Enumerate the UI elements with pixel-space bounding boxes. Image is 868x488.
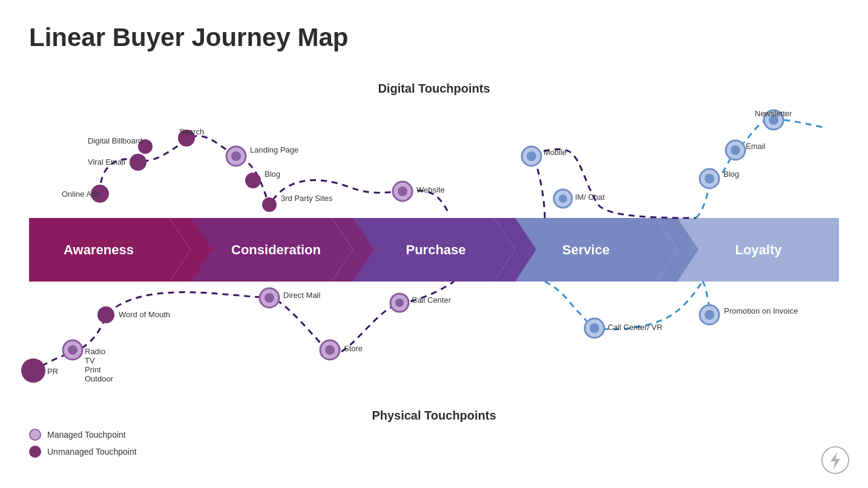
svg-point-45 (590, 323, 599, 333)
svg-point-38 (260, 288, 279, 308)
svg-text:Viral Email: Viral Email (88, 157, 125, 167)
svg-text:Store: Store (344, 344, 363, 353)
svg-point-31 (731, 145, 740, 155)
svg-marker-1 (169, 218, 221, 282)
managed-circle (29, 429, 41, 441)
svg-text:Outdoor: Outdoor (85, 374, 114, 383)
svg-point-37 (97, 306, 114, 323)
physical-label: Physical Touchpoints (372, 409, 496, 423)
svg-text:Blog: Blog (265, 170, 280, 179)
svg-text:Consideration: Consideration (231, 242, 321, 257)
managed-label: Managed Touchpoint (47, 430, 126, 440)
unmanaged-circle (29, 446, 41, 458)
svg-point-26 (554, 190, 572, 208)
svg-text:Mobile: Mobile (544, 148, 567, 157)
svg-text:Loyalty: Loyalty (735, 242, 782, 257)
svg-text:Promotion on Invoice: Promotion on Invoice (724, 306, 798, 315)
svg-point-43 (395, 298, 404, 307)
svg-text:Awareness: Awareness (64, 242, 134, 257)
svg-point-25 (527, 151, 536, 161)
svg-text:Blog: Blog (723, 170, 739, 179)
svg-marker-6 (515, 218, 677, 282)
svg-text:TV: TV (85, 356, 95, 365)
legend-unmanaged: Unmanaged Touchpoint (29, 446, 137, 458)
legend-managed: Managed Touchpoint (29, 429, 137, 441)
svg-text:Service: Service (562, 242, 610, 257)
svg-text:Call Center: Call Center (412, 295, 452, 305)
svg-point-18 (226, 147, 246, 166)
svg-marker-2 (191, 218, 353, 282)
svg-point-40 (320, 340, 340, 360)
svg-text:Email: Email (746, 142, 766, 151)
digital-label: Digital Touchpoints (378, 82, 490, 96)
svg-text:IM/ Chat: IM/ Chat (575, 193, 605, 202)
svg-point-44 (585, 318, 604, 338)
svg-point-41 (325, 345, 335, 355)
svg-point-27 (559, 194, 567, 203)
svg-marker-7 (656, 218, 708, 282)
svg-marker-0 (29, 218, 191, 282)
svg-point-46 (700, 305, 719, 325)
svg-text:Landing Page: Landing Page (250, 145, 298, 154)
svg-point-16 (138, 139, 153, 154)
page-title: Linear Buyer Journey Map (29, 23, 348, 52)
legend: Managed Touchpoint Unmanaged Touchpoint (29, 429, 137, 458)
svg-text:Website: Website (416, 185, 445, 194)
svg-text:Purchase: Purchase (406, 242, 465, 257)
svg-point-29 (705, 174, 714, 183)
svg-text:Print: Print (85, 365, 101, 374)
svg-point-34 (21, 358, 45, 383)
svg-marker-5 (494, 218, 545, 282)
svg-point-33 (769, 115, 778, 125)
svg-point-22 (393, 182, 412, 201)
svg-point-36 (68, 345, 77, 355)
svg-point-35 (63, 340, 82, 360)
svg-point-15 (130, 154, 146, 171)
svg-text:Newsletter: Newsletter (755, 109, 792, 118)
svg-marker-8 (677, 218, 839, 282)
svg-point-20 (245, 173, 261, 188)
svg-text:Digital Billboard: Digital Billboard (88, 136, 142, 145)
svg-text:PR: PR (47, 367, 58, 376)
svg-point-47 (705, 310, 714, 320)
unmanaged-label: Unmanaged Touchpoint (47, 447, 137, 457)
svg-text:Word of Mouth: Word of Mouth (119, 310, 170, 319)
svg-point-30 (726, 140, 745, 160)
svg-point-39 (265, 293, 274, 303)
svg-point-24 (522, 147, 541, 166)
svg-point-14 (91, 185, 109, 203)
svg-point-72 (822, 447, 849, 473)
svg-text:Direct Mail: Direct Mail (283, 291, 321, 300)
svg-text:Search: Search (179, 127, 204, 136)
svg-marker-3 (332, 218, 383, 282)
svg-point-17 (178, 130, 195, 147)
svg-point-23 (398, 186, 407, 196)
svg-point-28 (700, 169, 719, 188)
svg-text:Call Center/ VR: Call Center/ VR (608, 323, 662, 332)
svg-marker-73 (830, 452, 840, 470)
svg-point-21 (262, 197, 277, 212)
svg-marker-4 (353, 218, 515, 282)
svg-text:Online Ads: Online Ads (62, 190, 100, 199)
svg-point-32 (764, 110, 783, 130)
svg-point-19 (231, 151, 241, 161)
svg-text:3rd Party Sites: 3rd Party Sites (281, 194, 333, 203)
svg-text:Radio: Radio (85, 347, 105, 356)
svg-point-42 (390, 294, 409, 312)
